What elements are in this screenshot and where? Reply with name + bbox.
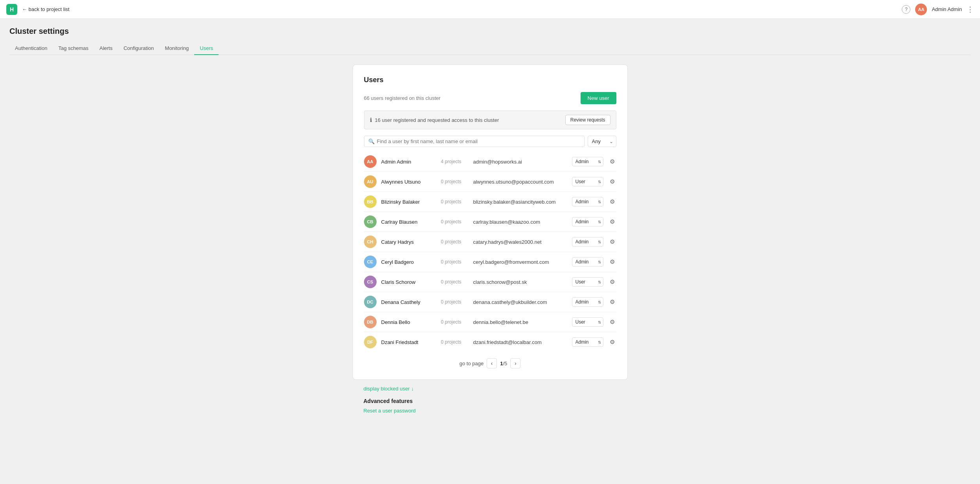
- help-icon[interactable]: ?: [902, 5, 910, 14]
- tab-authentication[interactable]: Authentication: [9, 42, 53, 55]
- table-row: CB Carlray Blausen 0 projects carlray.bl…: [364, 212, 616, 232]
- user-projects: 0 projects: [441, 239, 469, 245]
- user-settings-button[interactable]: ⚙: [608, 298, 616, 306]
- user-projects: 0 projects: [441, 179, 469, 184]
- prev-page-button[interactable]: ‹: [487, 358, 497, 368]
- tab-monitoring[interactable]: Monitoring: [160, 42, 195, 55]
- alert-banner: ℹ 16 user registered and requested acces…: [364, 110, 616, 129]
- user-settings-button[interactable]: ⚙: [608, 237, 616, 246]
- alert-left: ℹ 16 user registered and requested acces…: [370, 117, 499, 123]
- user-avatar: CB: [364, 215, 377, 228]
- user-email: ceryl.badgero@fromvermont.com: [473, 259, 567, 265]
- user-projects: 0 projects: [441, 219, 469, 225]
- avatar: AA: [915, 4, 927, 15]
- user-email: dzani.friedstadt@localbar.com: [473, 339, 567, 345]
- user-email: catary.hadrys@wales2000.net: [473, 239, 567, 245]
- table-row: CE Ceryl Badgero 0 projects ceryl.badger…: [364, 252, 616, 272]
- role-select[interactable]: Admin User: [572, 277, 603, 287]
- role-wrap: Admin User: [572, 197, 603, 206]
- tab-configuration[interactable]: Configuration: [118, 42, 159, 55]
- user-email: blizinsky.balaker@asiancityweb.com: [473, 199, 567, 205]
- role-select[interactable]: Admin User: [572, 297, 603, 307]
- more-options-icon[interactable]: ⋮: [967, 5, 974, 14]
- user-avatar: CS: [364, 276, 377, 288]
- role-select[interactable]: Admin User: [572, 337, 603, 347]
- user-projects: 0 projects: [441, 259, 469, 265]
- table-row: AU Alwynnes Utsuno 0 projects alwynnes.u…: [364, 172, 616, 192]
- user-avatar: DF: [364, 336, 377, 348]
- role-select[interactable]: Admin User: [572, 157, 603, 166]
- user-email: dennia.bello@telenet.be: [473, 319, 567, 325]
- role-select[interactable]: Admin User: [572, 317, 603, 327]
- search-input-wrap: 🔍: [364, 136, 585, 147]
- pagination: go to page ‹ 1/5 ›: [364, 358, 616, 368]
- display-blocked-link[interactable]: display blocked user ↓: [364, 386, 414, 392]
- users-count: 66 users registered on this cluster: [364, 95, 441, 101]
- user-settings-button[interactable]: ⚙: [608, 217, 616, 226]
- user-name: Ceryl Badgero: [381, 259, 436, 265]
- page: Cluster settings Authentication Tag sche…: [0, 19, 980, 421]
- role-wrap: Admin User: [572, 217, 603, 226]
- user-settings-button[interactable]: ⚙: [608, 177, 616, 186]
- tabs: Authentication Tag schemas Alerts Config…: [9, 42, 971, 55]
- role-select[interactable]: Admin User: [572, 217, 603, 226]
- tab-alerts[interactable]: Alerts: [94, 42, 118, 55]
- user-avatar: CE: [364, 256, 377, 268]
- role-select[interactable]: Admin User: [572, 257, 603, 267]
- tab-users[interactable]: Users: [194, 42, 219, 55]
- user-settings-button[interactable]: ⚙: [608, 258, 616, 266]
- next-page-button[interactable]: ›: [510, 358, 520, 368]
- user-name: Admin Admin: [381, 159, 436, 165]
- user-projects: 4 projects: [441, 159, 469, 164]
- role-wrap: Admin User: [572, 277, 603, 287]
- user-email: claris.schorow@post.sk: [473, 279, 567, 285]
- user-settings-button[interactable]: ⚙: [608, 278, 616, 286]
- table-row: DB Dennia Bello 0 projects dennia.bello@…: [364, 312, 616, 332]
- review-requests-button[interactable]: Review requests: [565, 115, 610, 125]
- user-projects: 0 projects: [441, 339, 469, 345]
- search-input[interactable]: [377, 138, 580, 144]
- role-wrap: Admin User: [572, 297, 603, 307]
- go-to-page-label: go to page: [460, 361, 484, 366]
- back-to-project-link[interactable]: ← back to project list: [22, 6, 70, 12]
- role-wrap: Admin User: [572, 257, 603, 267]
- user-settings-button[interactable]: ⚙: [608, 157, 616, 166]
- role-select[interactable]: Admin User: [572, 177, 603, 186]
- user-name: Dzani Friedstadt: [381, 339, 436, 345]
- user-name: Denana Casthely: [381, 299, 436, 305]
- role-select[interactable]: Admin User: [572, 237, 603, 247]
- user-name: Alwynnes Utsuno: [381, 179, 436, 185]
- user-name: Dennia Bello: [381, 319, 436, 325]
- user-avatar: DC: [364, 296, 377, 308]
- role-wrap: Admin User: [572, 237, 603, 247]
- role-filter-select[interactable]: Any Admin User: [588, 136, 616, 147]
- tab-tag-schemas[interactable]: Tag schemas: [53, 42, 94, 55]
- new-user-button[interactable]: New user: [581, 92, 616, 104]
- user-avatar: BB: [364, 195, 377, 208]
- user-settings-button[interactable]: ⚙: [608, 197, 616, 206]
- user-avatar: CH: [364, 236, 377, 248]
- user-email: denana.casthely@ukbuilder.com: [473, 299, 567, 305]
- table-row: CS Claris Schorow 0 projects claris.scho…: [364, 272, 616, 292]
- search-icon: 🔍: [368, 138, 375, 144]
- role-wrap: Admin User: [572, 177, 603, 186]
- page-title: Cluster settings: [9, 27, 971, 36]
- top-nav: H ← back to project list ? AA Admin Admi…: [0, 0, 980, 19]
- role-select[interactable]: Admin User: [572, 197, 603, 206]
- role-filter-wrap: Any Admin User: [588, 136, 616, 147]
- bottom-section: display blocked user ↓ Advanced features…: [353, 385, 628, 414]
- user-name: Catary Hadrys: [381, 239, 436, 245]
- reset-password-link[interactable]: Reset a user password: [364, 408, 416, 414]
- role-wrap: Admin User: [572, 337, 603, 347]
- role-wrap: Admin User: [572, 317, 603, 327]
- user-name: Carlray Blausen: [381, 219, 436, 225]
- user-projects: 0 projects: [441, 319, 469, 325]
- user-name: Blizinsky Balaker: [381, 199, 436, 205]
- table-row: AA Admin Admin 4 projects admin@hopswork…: [364, 152, 616, 172]
- user-list: AA Admin Admin 4 projects admin@hopswork…: [364, 152, 616, 352]
- user-projects: 0 projects: [441, 299, 469, 305]
- user-settings-button[interactable]: ⚙: [608, 318, 616, 326]
- table-row: DC Denana Casthely 0 projects denana.cas…: [364, 292, 616, 312]
- user-settings-button[interactable]: ⚙: [608, 338, 616, 346]
- users-header: 66 users registered on this cluster New …: [364, 92, 616, 104]
